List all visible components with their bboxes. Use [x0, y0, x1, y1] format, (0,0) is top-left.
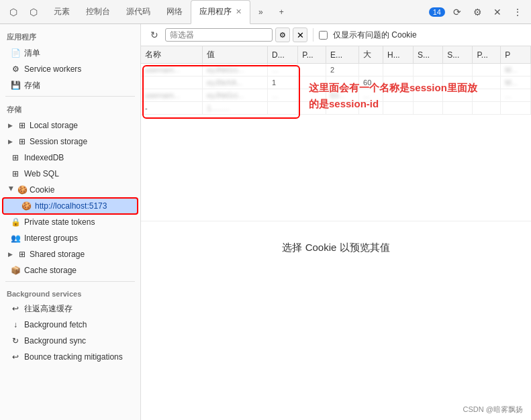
bg-section-label: Background services	[0, 284, 140, 301]
shared-storage-arrow: ▶	[8, 251, 15, 258]
session-storage-arrow: ▶	[8, 138, 15, 145]
local-storage-icon: ⊞	[17, 121, 27, 130]
cell-value: eyJhbGci...	[203, 64, 268, 76]
storage-icon: 💾	[11, 81, 20, 90]
sidebar-item-bounce-tracking[interactable]: ↩ Bounce tracking mitigations	[3, 349, 138, 365]
filter-input[interactable]	[170, 30, 250, 40]
interest-groups-icon: 👥	[11, 233, 20, 243]
sidebar-item-indexeddb[interactable]: ⊞ IndexedDB	[3, 150, 138, 166]
cell-p	[298, 89, 326, 102]
cell-s	[414, 89, 443, 102]
divider-1	[5, 96, 135, 97]
bounce-tracking-icon: ↩	[11, 352, 20, 362]
bg-fetch-icon: ↓	[11, 320, 20, 329]
sidebar-item-bg-fetch[interactable]: ↓ Background fetch	[3, 317, 138, 333]
cell-value: eyJ0eXA...	[203, 76, 268, 89]
more-icon[interactable]: ⋮	[510, 4, 526, 20]
clear-filter-button[interactable]: ✕	[293, 28, 307, 42]
cell-h	[383, 102, 414, 115]
col-s2: S...	[443, 46, 473, 64]
col-size: 大	[359, 46, 383, 64]
table-row[interactable]: eyJ0eXA... 1 60 M...	[141, 76, 531, 89]
tab-application[interactable]: 应用程序 ✕	[191, 0, 250, 24]
tab-network[interactable]: 网络	[158, 0, 191, 24]
col-d: D...	[268, 46, 298, 64]
cookie-data-table: 名称 值 D... P... E... 大 H... S... S... P..…	[141, 46, 531, 115]
sidebar-item-cache-storage[interactable]: 📦 Cache storage	[3, 262, 138, 278]
tab-elements[interactable]: 元素	[46, 0, 78, 24]
tab-add[interactable]: +	[271, 0, 292, 24]
cell-size: 60	[359, 76, 383, 89]
cell-h	[383, 89, 414, 102]
col-e: E...	[326, 46, 359, 64]
cell-name: usernam...	[141, 89, 203, 102]
cell-s2	[443, 102, 473, 115]
cell-s	[414, 64, 443, 76]
tab-more-arrow[interactable]: »	[250, 0, 271, 24]
table-row[interactable]: usernam... eyJhbGci... ... Eli... ... ..…	[141, 89, 531, 102]
sidebar-item-shared-storage[interactable]: ▶ ⊞ Shared storage	[3, 246, 138, 262]
sidebar-item-interest-groups[interactable]: 👥 Interest groups	[3, 230, 138, 246]
filter-bar: ↻ ⚙ ✕ 仅显示有问题的 Cookie	[141, 24, 531, 46]
divider	[313, 28, 313, 42]
localhost-cookie-icon: 🍪	[21, 201, 31, 211]
cell-p3	[501, 102, 531, 115]
cell-name: -	[141, 102, 203, 115]
table-header-row: 名称 值 D... P... E... 大 H... S... S... P..…	[141, 46, 531, 64]
cell-size	[359, 64, 383, 76]
col-s: S...	[414, 46, 443, 64]
refresh-button[interactable]: ↻	[146, 27, 162, 43]
table-row[interactable]: usernam... eyJhbGci... ... 2 M...	[141, 64, 531, 76]
sidebar-item-manifest[interactable]: 📄 清单	[3, 45, 138, 61]
tab-sources[interactable]: 源代码	[118, 0, 158, 24]
app-section-label: 应用程序	[0, 27, 140, 45]
col-value: 值	[203, 46, 268, 64]
select-cookie-message: 选择 Cookie 以预览其值	[141, 221, 531, 261]
cell-s2	[443, 89, 473, 102]
toolbar-right: 14 ⟳ ⚙ ✕ ⋮	[429, 4, 526, 20]
service-workers-icon: ⚙	[11, 64, 20, 74]
sidebar-item-cookie[interactable]: ▶ 🍪 Cookie	[3, 182, 138, 198]
sidebar-item-web-sql[interactable]: ⊞ Web SQL	[3, 166, 138, 182]
table-row[interactable]: - 1.........	[141, 102, 531, 115]
col-name: 名称	[141, 46, 203, 64]
profiles-icon[interactable]: ⟳	[449, 4, 465, 20]
cell-p3: M...	[501, 64, 531, 76]
col-h: H...	[383, 46, 414, 64]
cell-s	[414, 76, 443, 89]
filter-options-button[interactable]: ⚙	[275, 28, 290, 42]
cell-e	[326, 76, 359, 89]
cell-p	[298, 76, 326, 89]
device-icon[interactable]: ⬡	[26, 4, 42, 20]
top-toolbar: ⬡ ⬡ 元素 控制台 源代码 网络 应用程序 ✕ » + 14 ⟳ ⚙ ✕ ⋮	[0, 0, 531, 24]
sidebar-item-private-state-tokens[interactable]: 🔒 Private state tokens	[3, 214, 138, 230]
session-storage-icon: ⊞	[17, 137, 27, 146]
sidebar-item-bg-sync[interactable]: ↻ Background sync	[3, 333, 138, 349]
sidebar-item-localhost-cookie[interactable]: 🍪 http://localhost:5173	[3, 198, 138, 214]
sidebar-item-local-storage[interactable]: ▶ ⊞ Local storage	[3, 117, 138, 134]
show-problems-label: 仅显示有问题的 Cookie	[333, 30, 417, 41]
filter-input-wrap	[165, 28, 273, 42]
settings-icon[interactable]: ⚙	[469, 4, 485, 20]
sidebar-item-storage[interactable]: 💾 存储	[3, 77, 138, 93]
main-content: 应用程序 📄 清单 ⚙ Service workers 💾 存储 存储 ▶ ⊞ …	[0, 24, 531, 420]
cell-p3: M...	[501, 76, 531, 89]
cookie-arrow: ▶	[8, 187, 15, 193]
cookie-table: 名称 值 D... P... E... 大 H... S... S... P..…	[141, 46, 531, 221]
tab-console[interactable]: 控制台	[78, 0, 118, 24]
cell-d	[268, 102, 298, 115]
cell-d: ...	[268, 64, 298, 76]
bfcache-icon: ↩	[11, 304, 20, 313]
tab-close-icon[interactable]: ✕	[236, 7, 242, 16]
sidebar-item-back-forward-cache[interactable]: ↩ 往返高速缓存	[3, 301, 138, 317]
web-sql-icon: ⊞	[11, 169, 20, 178]
cell-p2	[473, 76, 501, 89]
show-problems-checkbox[interactable]	[319, 31, 328, 40]
cell-p	[298, 64, 326, 76]
sidebar-item-session-storage[interactable]: ▶ ⊞ Session storage	[3, 134, 138, 150]
inspect-icon[interactable]: ⬡	[5, 4, 21, 20]
cookie-icon: 🍪	[17, 185, 27, 195]
close-icon[interactable]: ✕	[489, 4, 505, 20]
sidebar-item-service-workers[interactable]: ⚙ Service workers	[3, 61, 138, 77]
cell-p	[298, 102, 326, 115]
